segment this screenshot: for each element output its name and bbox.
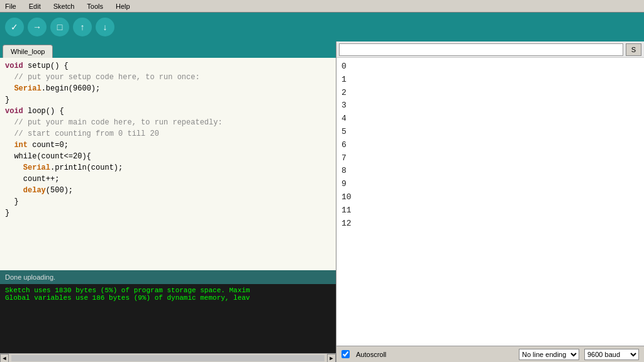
menubar: File Edit Sketch Tools Help [0, 0, 644, 13]
menu-tools[interactable]: Tools [84, 2, 106, 11]
serial-bottom-bar: Autoscroll No line ending Newline Carria… [336, 346, 644, 362]
serial-number-line: 8 [341, 165, 639, 178]
serial-input-bar: S [336, 41, 644, 58]
menu-sketch[interactable]: Sketch [51, 2, 77, 11]
autoscroll-label: Autoscroll [356, 351, 386, 358]
scroll-right-arrow[interactable]: ► [327, 354, 336, 363]
toolbar: ✓ → □ ↑ ↓ [0, 13, 644, 41]
send-button[interactable]: S [626, 43, 641, 56]
autoscroll-checkbox[interactable] [341, 350, 350, 358]
code-line: } [5, 196, 331, 207]
serial-number-line: 1 [341, 74, 639, 87]
serial-number-line: 10 [341, 191, 639, 204]
serial-number-line: 7 [341, 152, 639, 165]
console-status-bar: Done uploading. [0, 270, 336, 284]
serial-monitor: S 0123456789101112 Autoscroll No line en… [336, 41, 644, 362]
code-line: Serial.println(count); [5, 162, 331, 173]
serial-number-line: 9 [341, 178, 639, 191]
code-line: // put your main code here, to run repea… [5, 117, 331, 128]
console-output: Sketch uses 1830 bytes (5%) of program s… [0, 284, 336, 353]
main-container: While_loop void setup() { // put your se… [0, 41, 644, 362]
verify-button[interactable]: ✓ [5, 18, 24, 36]
upload-status: Done uploading. [5, 273, 55, 281]
tab-bar: While_loop [0, 41, 336, 58]
menu-file[interactable]: File [3, 2, 19, 11]
menu-help[interactable]: Help [113, 2, 133, 11]
serial-number-line: 11 [341, 204, 639, 217]
serial-number-line: 0 [341, 60, 639, 74]
new-button[interactable]: □ [50, 18, 69, 36]
serial-number-line: 4 [341, 112, 639, 126]
serial-number-line: 3 [341, 99, 639, 112]
serial-number-line: 6 [341, 139, 639, 152]
code-line: void setup() { [5, 60, 331, 72]
baud-rate-select[interactable]: 300 baud 1200 baud 2400 baud 4800 baud 9… [584, 349, 639, 360]
tab-while-loop[interactable]: While_loop [3, 45, 53, 58]
upload-button[interactable]: → [28, 18, 47, 36]
horizontal-scrollbar[interactable]: ◄ ► [0, 353, 336, 362]
code-editor[interactable]: void setup() { // put your setup code he… [0, 58, 336, 270]
code-line: delay(500); [5, 185, 331, 196]
serial-number-line: 12 [341, 217, 639, 231]
line-ending-select[interactable]: No line ending Newline Carriage return B… [519, 349, 579, 360]
menu-edit[interactable]: Edit [26, 2, 43, 11]
scroll-left-arrow[interactable]: ◄ [0, 354, 9, 363]
save-button[interactable]: ↓ [96, 18, 114, 36]
open-button[interactable]: ↑ [73, 18, 92, 36]
code-line: Serial.begin(9600); [5, 83, 331, 94]
serial-number-line: 2 [341, 87, 639, 100]
console-line: Sketch uses 1830 bytes (5%) of program s… [5, 287, 331, 294]
code-line: int count=0; [5, 140, 331, 151]
editor-panel: While_loop void setup() { // put your se… [0, 41, 336, 362]
serial-output: 0123456789101112 [336, 58, 644, 346]
code-line: // put your setup code here, to run once… [5, 72, 331, 83]
code-line: count++; [5, 173, 331, 185]
scroll-track[interactable] [11, 355, 325, 361]
serial-message-input[interactable] [339, 43, 623, 56]
code-line: // start counting from 0 till 20 [5, 128, 331, 140]
code-line: } [5, 207, 331, 219]
code-line: } [5, 94, 331, 106]
code-line: void loop() { [5, 106, 331, 117]
serial-number-line: 5 [341, 126, 639, 139]
console-line: Global variables use 186 bytes (9%) of d… [5, 294, 331, 302]
code-line: while(count<=20){ [5, 151, 331, 162]
